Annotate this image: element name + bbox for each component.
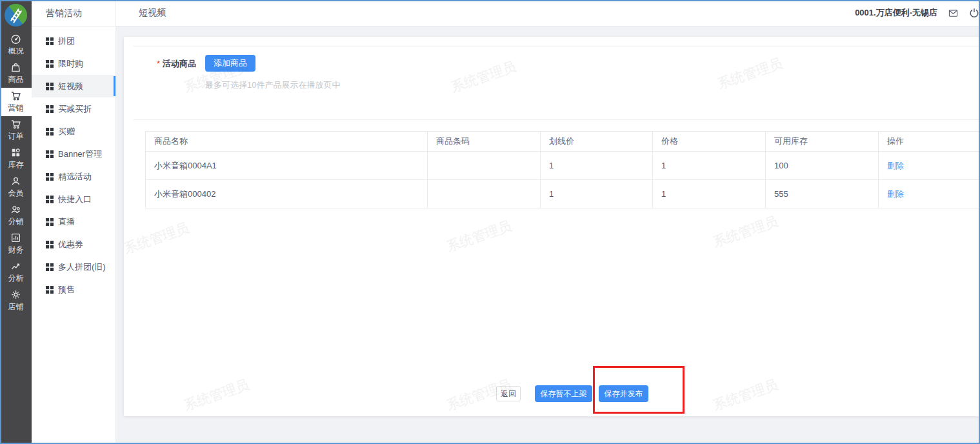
- sidebar-item-label: 会员: [8, 188, 24, 199]
- power-icon[interactable]: [969, 8, 979, 18]
- sidebar-item-label: 营销: [8, 103, 24, 114]
- sidebar-item-members[interactable]: 会员: [0, 173, 32, 201]
- menu-item-label: 多人拼团(旧): [58, 261, 106, 273]
- sidebar-item-label: 店铺: [8, 301, 24, 312]
- grid-icon: [46, 83, 54, 90]
- cell-stock: 555: [766, 180, 879, 208]
- col-product-name: 商品名称: [146, 132, 428, 152]
- grid-icon: [46, 241, 54, 248]
- menu-item-buy-gift[interactable]: 买赠: [32, 120, 115, 143]
- menu-item-label: 短视频: [58, 81, 83, 92]
- col-stock: 可用库存: [766, 132, 879, 152]
- cell-product-name: 小米音箱0004A1: [146, 152, 428, 180]
- form-label: *活动商品: [157, 58, 196, 70]
- menu-item-label: 拼团: [58, 35, 75, 47]
- primary-sidebar: 概况 商品 营销 订单 库存 会员 分销: [0, 0, 32, 444]
- sidebar-item-goods[interactable]: 商品: [0, 59, 32, 88]
- menu-item-coupon[interactable]: 优惠券: [32, 233, 115, 256]
- menu-item-label: 直播: [58, 216, 75, 228]
- sidebar-item-label: 概况: [8, 46, 24, 57]
- member-icon: [10, 176, 21, 187]
- back-button[interactable]: 返回: [496, 386, 521, 401]
- grid-icon: [46, 128, 54, 136]
- menu-item-label: 限时购: [58, 58, 83, 70]
- content-area: *活动商品 添加商品 最多可选择10件产品展示在播放页中 商品名称 商品条码 划…: [116, 26, 980, 444]
- finance-icon: [10, 232, 21, 243]
- add-product-button[interactable]: 添加商品: [205, 55, 255, 72]
- sidebar-item-label: 财务: [8, 245, 24, 256]
- sidebar-item-label: 分销: [8, 216, 24, 227]
- grid-icon: [46, 60, 54, 68]
- col-price: 价格: [653, 132, 766, 152]
- table-row: 小米音箱000402 1 1 555 删除: [146, 180, 980, 208]
- menu-item-buy-discount[interactable]: 买减买折: [32, 97, 115, 120]
- cell-price: 1: [653, 152, 766, 180]
- app-logo-icon[interactable]: [4, 3, 28, 27]
- sidebar-item-label: 库存: [8, 159, 24, 170]
- sidebar-item-overview[interactable]: 概况: [0, 31, 32, 59]
- grid-icon: [46, 286, 54, 294]
- sidebar-item-orders[interactable]: 订单: [0, 116, 32, 145]
- col-actions: 操作: [879, 132, 980, 152]
- cell-stock: 100: [766, 152, 879, 180]
- table-row: 小米音箱0004A1 1 1 100 删除: [146, 152, 980, 180]
- grid-icon: [46, 196, 54, 203]
- menu-item-banner[interactable]: Banner管理: [32, 143, 115, 165]
- sidebar-item-finance[interactable]: 财务: [0, 230, 32, 258]
- menu-item-flash-sale[interactable]: 限时购: [32, 52, 115, 75]
- menu-item-quick-entry[interactable]: 快捷入口: [32, 188, 115, 210]
- form-hint: 最多可选择10件产品展示在播放页中: [205, 79, 340, 91]
- menu-item-pintuan[interactable]: 拼团: [32, 30, 115, 52]
- menu-item-label: 精选活动: [58, 171, 92, 183]
- col-barcode: 商品条码: [428, 132, 541, 152]
- save-and-publish-button[interactable]: 保存并发布: [599, 385, 648, 402]
- top-header: 短视频 0001.万店便利-无锡店: [116, 0, 980, 26]
- shop-gear-icon: [10, 289, 21, 300]
- secondary-sidebar-list: 拼团 限时购 短视频 买减买折 买赠 Banner管理 精选活动 快捷入口 直播…: [32, 30, 115, 301]
- menu-item-presale[interactable]: 预售: [32, 278, 115, 301]
- secondary-sidebar: 营销活动 拼团 限时购 短视频 买减买折 买赠 Banner管理 精选活动 快捷…: [32, 0, 116, 444]
- main-area: 短视频 0001.万店便利-无锡店 *活动商品 添加商品 最多可选择10件产品展…: [116, 0, 980, 444]
- grid-icon: [46, 105, 54, 113]
- cell-product-name: 小米音箱000402: [146, 180, 428, 208]
- analysis-icon: [10, 261, 21, 272]
- menu-item-label: 快捷入口: [58, 194, 92, 205]
- distribution-icon: [10, 204, 21, 215]
- menu-item-label: 优惠券: [58, 239, 83, 250]
- sidebar-item-inventory[interactable]: 库存: [0, 145, 32, 173]
- cell-barcode: [428, 180, 541, 208]
- col-line-price: 划线价: [541, 132, 653, 152]
- grid-icon: [46, 37, 54, 45]
- mail-icon[interactable]: [948, 8, 958, 18]
- menu-item-label: 买赠: [58, 126, 75, 137]
- save-without-publish-button[interactable]: 保存暂不上架: [535, 385, 592, 402]
- delete-link[interactable]: 删除: [887, 189, 904, 199]
- sidebar-item-label: 分析: [8, 273, 24, 284]
- sidebar-item-distribution[interactable]: 分销: [0, 201, 32, 230]
- order-cart-icon: [10, 119, 21, 130]
- divider: [134, 119, 980, 120]
- required-asterisk: *: [157, 59, 160, 68]
- product-table: 商品名称 商品条码 划线价 价格 可用库存 操作 小米音箱0004A1 1: [145, 131, 980, 208]
- inventory-icon: [10, 147, 21, 158]
- delete-link[interactable]: 删除: [887, 161, 904, 170]
- marketing-cart-icon: [10, 90, 21, 101]
- store-name: 0001.万店便利-无锡店: [855, 7, 937, 19]
- form-label-text: 活动商品: [163, 59, 196, 68]
- page-title: 短视频: [139, 7, 166, 19]
- menu-item-featured[interactable]: 精选活动: [32, 165, 115, 188]
- cell-price: 1: [653, 180, 766, 208]
- grid-icon: [46, 218, 54, 226]
- cell-barcode: [428, 152, 541, 180]
- menu-item-short-video[interactable]: 短视频: [32, 75, 115, 97]
- grid-icon: [46, 263, 54, 271]
- sidebar-item-shop[interactable]: 店铺: [0, 287, 32, 315]
- menu-item-live[interactable]: 直播: [32, 210, 115, 233]
- sidebar-item-label: 商品: [8, 74, 24, 85]
- goods-icon: [10, 62, 21, 73]
- menu-item-group-buy-old[interactable]: 多人拼团(旧): [32, 256, 115, 278]
- sidebar-item-analysis[interactable]: 分析: [0, 258, 32, 287]
- sidebar-item-marketing[interactable]: 营销: [0, 88, 32, 116]
- secondary-sidebar-title: 营销活动: [32, 0, 115, 26]
- menu-item-label: Banner管理: [58, 148, 102, 160]
